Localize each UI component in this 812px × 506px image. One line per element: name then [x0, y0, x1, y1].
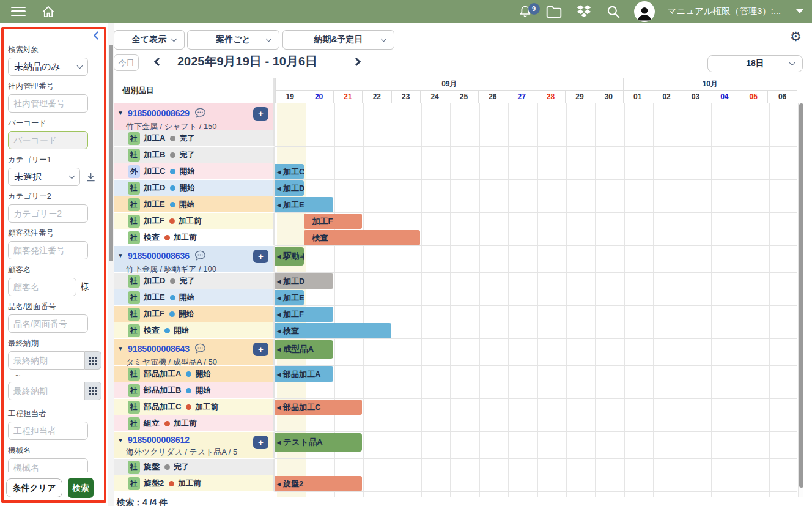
group-header-cell[interactable]: ▼9185000008636+竹下金属 / 駆動ギア / 100 — [114, 246, 275, 273]
period-length-select[interactable]: 18日 — [707, 55, 803, 72]
continues-left-icon: ◀ — [277, 295, 281, 300]
calendar-picker-icon[interactable] — [85, 382, 102, 400]
add-process-button[interactable]: + — [253, 107, 268, 121]
barcode-input[interactable] — [8, 131, 88, 149]
hamburger-menu-icon[interactable] — [11, 7, 26, 17]
customer-order-no-input[interactable] — [8, 241, 88, 259]
next-period-icon[interactable] — [352, 58, 361, 66]
gantt-scrollbar[interactable] — [799, 103, 803, 497]
gantt-group-bar[interactable]: ◀成型品A — [275, 340, 333, 359]
notifications-bell-icon[interactable]: 9 — [518, 4, 533, 19]
user-menu-caret-icon[interactable] — [796, 9, 803, 13]
gantt-task-row: 社検査加工前検査 — [114, 229, 799, 246]
task-list-cell[interactable]: 社旋盤完了 — [114, 459, 275, 475]
item-number-link[interactable]: 9185000008612 — [128, 435, 190, 445]
item-number-link[interactable]: 9185000008629 — [128, 108, 190, 118]
gantt-task-bar[interactable]: ◀部品加工A — [275, 366, 333, 382]
category2-input[interactable] — [8, 204, 88, 223]
folder-icon[interactable] — [545, 4, 563, 19]
gantt-cell — [275, 415, 797, 432]
gantt-task-bar[interactable]: ◀加工E — [275, 197, 333, 212]
user-role-label[interactable]: マニュアル権限（管理3）:... — [668, 6, 781, 17]
add-process-button[interactable]: + — [253, 436, 268, 449]
day-header-cell: 01 — [623, 91, 652, 103]
comment-bubble-icon[interactable] — [194, 342, 207, 355]
search-icon[interactable] — [605, 4, 621, 20]
add-process-button[interactable]: + — [253, 250, 268, 263]
gantt-task-bar[interactable]: ◀部品加工C — [275, 400, 362, 415]
task-list-cell[interactable]: 社加工D開始 — [114, 180, 275, 196]
collapse-triangle-icon[interactable]: ▼ — [117, 110, 124, 116]
internal-badge: 社 — [128, 324, 140, 337]
date-type-dropdown[interactable]: 納期&予定日 — [282, 30, 394, 50]
search-filter-sidebar: 検索対象 未納品のみ 社内管理番号 バーコード カテゴリー1 未選択 — [0, 23, 108, 506]
task-list-cell[interactable]: 社部品加工A開始 — [114, 366, 275, 382]
due-date-to-input[interactable] — [8, 382, 85, 400]
chevron-down-icon — [77, 62, 83, 69]
display-filter-dropdown[interactable]: 全て表示 — [114, 30, 185, 50]
comment-bubble-icon[interactable] — [194, 249, 207, 262]
clear-conditions-button[interactable]: 条件クリア — [6, 478, 62, 497]
item-name-input[interactable] — [8, 314, 88, 333]
day-header-cell: 22 — [362, 91, 391, 103]
continues-left-icon: ◀ — [277, 328, 281, 333]
task-list-cell[interactable]: 外加工C開始 — [114, 163, 275, 180]
continues-left-icon: ◀ — [277, 278, 281, 284]
task-list-cell[interactable]: 社加工D完了 — [114, 273, 275, 289]
group-header-cell[interactable]: ▼9185000008629+竹下金属 / シャフト / 150 — [114, 103, 275, 130]
task-list-cell[interactable]: 社旋盤2加工前 — [114, 475, 275, 492]
home-icon[interactable] — [40, 4, 56, 20]
search-target-select[interactable]: 未納品のみ — [8, 58, 88, 76]
calendar-picker-icon[interactable] — [85, 351, 102, 370]
task-list-cell[interactable]: 社検査開始 — [114, 322, 275, 339]
search-button[interactable]: 検索 — [68, 478, 94, 498]
user-avatar[interactable] — [634, 1, 655, 22]
collapse-triangle-icon[interactable]: ▼ — [117, 345, 124, 352]
gantt-task-bar[interactable]: ◀加工F — [275, 307, 333, 322]
task-list-cell[interactable]: 社加工E開始 — [114, 196, 275, 213]
calendar-header: 個別品目 09月10月 1920212223242526272829300102… — [114, 78, 799, 103]
gantt-scrollbar-thumb[interactable] — [799, 103, 803, 488]
customer-name-input[interactable] — [8, 278, 76, 296]
task-list-cell[interactable]: 社検査加工前 — [114, 229, 275, 246]
task-list-cell[interactable]: 社組立加工前 — [114, 415, 275, 432]
add-process-button[interactable]: + — [253, 343, 268, 356]
gantt-task-bar[interactable]: ◀加工E — [275, 290, 304, 305]
status-dot — [164, 328, 170, 333]
gantt-task-bar[interactable]: 検査 — [304, 230, 420, 245]
gantt-task-bar[interactable]: ◀旋盤2 — [275, 476, 362, 491]
internal-no-input[interactable] — [8, 94, 88, 113]
task-list-cell[interactable]: 社部品加工B開始 — [114, 382, 275, 399]
gantt-task-bar[interactable]: ◀加工D — [275, 273, 333, 289]
group-by-dropdown[interactable]: 案件ごと — [187, 30, 279, 50]
task-list-cell[interactable]: 社加工F加工前 — [114, 213, 275, 229]
task-list-cell[interactable]: 社加工F開始 — [114, 306, 275, 322]
category1-select[interactable]: 未選択 — [8, 168, 80, 186]
gantt-task-bar[interactable]: ◀加工D — [275, 180, 304, 196]
item-number-link[interactable]: 9185000008643 — [128, 344, 190, 354]
dropbox-icon[interactable] — [575, 4, 592, 19]
group-header-cell[interactable]: ▼9185000008612+海外ツクリダス / テスト品A / 5 — [114, 432, 275, 459]
today-button[interactable]: 今日 — [114, 54, 139, 71]
comment-bubble-icon[interactable] — [194, 106, 207, 119]
item-number-link[interactable]: 9185000008636 — [128, 251, 190, 261]
gantt-group-bar[interactable]: ◀テスト品A — [275, 433, 362, 452]
task-list-cell[interactable]: 社加工E開始 — [114, 289, 275, 306]
task-list-cell[interactable]: 社部品加工C加工前 — [114, 399, 275, 415]
prev-period-icon[interactable] — [154, 58, 163, 66]
task-list-cell[interactable]: 社加工B完了 — [114, 147, 275, 163]
settings-gear-icon[interactable]: ⚙ — [790, 30, 802, 43]
gantt-task-bar[interactable]: 加工F — [304, 214, 362, 229]
due-date-from-input[interactable] — [8, 351, 85, 370]
collapse-triangle-icon[interactable]: ▼ — [117, 252, 124, 259]
gantt-group-bar[interactable]: ◀駆動ギア — [275, 247, 304, 266]
category-expand-icon[interactable] — [86, 173, 95, 182]
task-list-cell[interactable]: 社加工A完了 — [114, 130, 275, 147]
sidebar-scrollbar-thumb[interactable] — [109, 45, 113, 261]
collapse-triangle-icon[interactable]: ▼ — [117, 437, 124, 444]
gantt-task-bar[interactable]: ◀加工C — [275, 164, 304, 179]
group-header-cell[interactable]: ▼9185000008643+タミヤ電機 / 成型品A / 50 — [114, 339, 275, 366]
sidebar-scrollbar[interactable] — [108, 23, 114, 506]
process-staff-input[interactable] — [8, 422, 88, 440]
gantt-task-bar[interactable]: ◀検査 — [275, 323, 391, 338]
